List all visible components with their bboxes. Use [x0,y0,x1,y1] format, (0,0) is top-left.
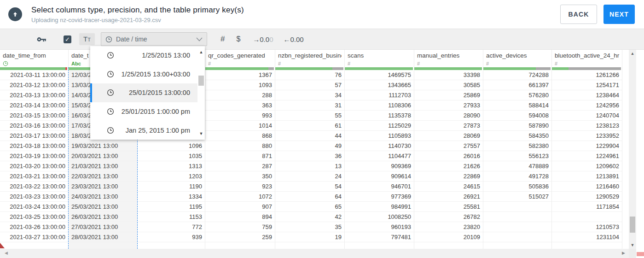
empty-row-filler [275,242,344,249]
table-cell: 1135378 [345,111,414,121]
table-cell [483,222,551,232]
include-column-checkbox[interactable]: ✓ [64,35,71,43]
currency-type-button[interactable]: $ [236,35,240,43]
empty-row-filler [0,242,68,249]
table-cell: 1313 [138,161,205,171]
table-cell: 26016 [414,151,483,161]
date-format-option[interactable]: Jan 25, 2015 1:00 pm [90,121,197,140]
column-body: 7657343155614449361324546465423519 [275,67,344,249]
table-cell: 993 [205,111,275,121]
column-header-name: bluetooth_active_24_hr_ [555,52,619,59]
date-format-label: 25/01/2015 1:00:00 pm [122,108,190,115]
table-cell: 44 [275,131,344,141]
table-cell: 2021-03-23 13:00:00 [0,192,68,202]
date-format-label: Jan 25, 2015 1:00 pm [126,127,190,134]
table-cell: 21626 [414,161,483,171]
table-cell: 1203 [138,171,205,182]
table-cell: 54 [275,182,344,192]
decrease-decimals-button[interactable]: →0.00 [253,35,273,43]
date-format-option[interactable]: 1/25/2015 13:00 [90,46,197,65]
decrease-decimals-dim: 0 [269,35,273,43]
table-cell: 797481 [345,232,414,242]
table-cell [552,212,622,222]
column-header[interactable]: bluetooth_active_24_hr_# [552,50,622,67]
table-cell: 1238464 [552,90,622,100]
type-format-select[interactable]: Date / time [101,32,207,46]
increase-decimals-button[interactable]: ←0.00 [283,35,303,43]
table-cell: 27933 [414,100,483,111]
table-cell: 2021-03-13 13:00:00 [0,90,68,100]
table-cell: 984991 [345,202,414,212]
quality-bar-segment-red [65,67,67,70]
column-header[interactable]: qr_codes_generated# [205,50,275,67]
number-type-icon: # [348,61,350,66]
table-cell: 1104477 [345,151,414,161]
scroll-right-arrow-icon[interactable]: ▶ [622,251,625,255]
column-header[interactable]: manual_entries# [414,50,483,67]
page-title: Select columns type, precision, and the … [31,6,244,15]
table-cell: 960193 [345,222,414,232]
column-type-indicator: # [348,60,411,67]
quality-bar-wrap [275,67,344,70]
dropdown-scroll-down-icon[interactable]: ▼ [197,131,205,136]
column-body: 2021-03-11 13:00:002021-03-12 13:00:0020… [0,67,68,249]
table-column: nzbn_registered_busine#76573431556144493… [275,50,345,249]
table-cell: 20109 [414,232,483,242]
text-type-button[interactable]: TT [79,33,95,45]
dropdown-scroll-up-icon[interactable]: ▲ [197,50,205,54]
column-header[interactable]: active_devices# [483,50,551,67]
dropdown-scroll-thumb[interactable] [198,76,204,86]
table-cell: 57 [275,80,344,90]
scroll-down-arrow-icon[interactable]: ▼ [629,243,636,247]
next-button[interactable]: NEXT [603,5,635,24]
table-cell: 724288 [483,70,551,80]
vertical-scroll-thumb[interactable] [630,217,635,233]
primary-key-icon[interactable] [37,36,46,43]
column-header[interactable]: scans# [345,50,414,67]
table-cell: 1108306 [345,100,414,111]
scroll-left-arrow-icon[interactable]: ◀ [5,251,8,255]
horizontal-scroll-thumb[interactable] [637,252,644,256]
vertical-scrollbar[interactable]: ▲ ▼ [629,50,636,249]
table-cell: 27/03/2021 13:00 [69,222,137,232]
date-format-option[interactable]: 25/01/2015 13:00:00 [90,83,197,102]
table-cell: 1242956 [552,100,622,111]
table-cell: 350 [205,171,275,182]
table-cell: 2021-03-14 13:00:00 [0,100,68,111]
column-header[interactable]: date_time_from [0,50,68,67]
table-cell: 2021-03-22 13:00:00 [0,182,68,192]
table-cell: 1093 [205,80,275,90]
table-cell: 23/03/2021 13:00 [69,182,137,192]
table-cell: 28/03/2021 13:00 [69,232,137,242]
table-cell: 2021-03-17 13:00:00 [0,131,68,141]
date-format-option[interactable]: 1/25/2015 13:00+03:00 [90,65,197,84]
table-cell: 1035 [138,151,205,161]
table-cell: 64 [275,192,344,202]
table-cell: 880 [205,141,275,151]
horizontal-scrollbar[interactable]: ◀ ▶ [0,249,629,258]
dropdown-scrollbar[interactable]: ▲ ▼ [197,46,205,140]
back-button[interactable]: BACK [560,5,597,24]
table-cell: 1140730 [345,141,414,151]
quality-bar-segment-green [552,67,569,70]
number-type-button[interactable]: # [220,35,225,44]
column-header[interactable]: nzbn_registered_busine# [275,50,344,67]
table-cell: 2021-03-18 13:00:00 [0,141,68,151]
data-quality-bar [275,67,343,70]
table-cell: 478889 [483,161,551,171]
header-actions: BACK NEXT [560,5,644,24]
table-cell: 587890 [483,121,551,131]
table-cell: 2021-03-11 13:00:00 [0,70,68,80]
table-column: scans#1469575134366511127031108306113537… [345,50,414,249]
table-cell: 22/03/2021 13:00 [69,171,137,182]
table-cell: 977369 [345,192,414,202]
scroll-up-arrow-icon[interactable]: ▲ [629,51,636,56]
table-cell: 19 [275,232,344,242]
column-body: 3339830585258692793328090278732806927557… [414,67,483,249]
date-format-option[interactable]: 25/01/2015 1:00:00 pm [90,102,197,121]
table-cell: 26782 [414,212,483,222]
column-header-name: scans [348,52,411,59]
number-type-icon: # [486,61,489,66]
table-cell: 2021-03-25 13:00:00 [0,212,68,222]
column-type-indicator: # [486,60,549,67]
